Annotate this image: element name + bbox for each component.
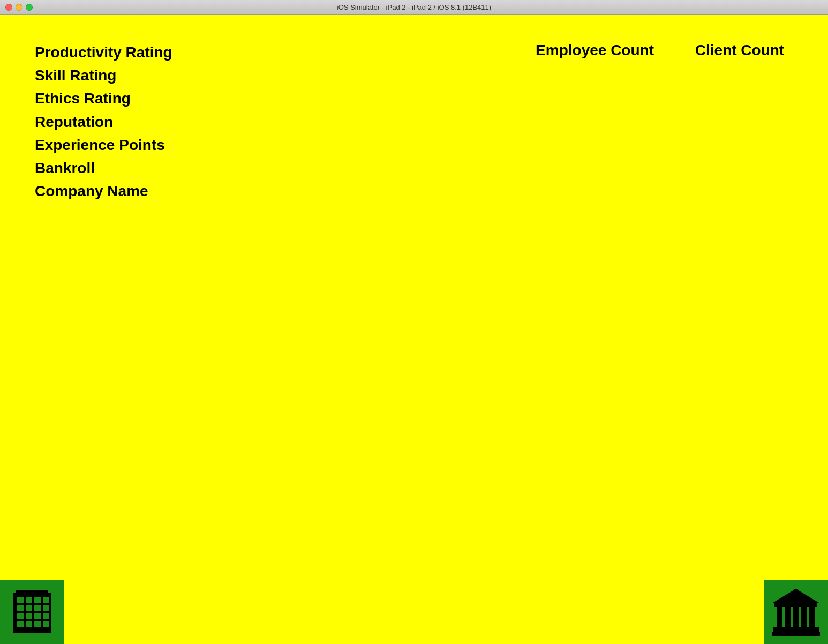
svg-rect-5 [43, 597, 49, 603]
svg-rect-15 [26, 621, 32, 627]
svg-rect-17 [43, 621, 49, 627]
svg-rect-25 [809, 607, 815, 627]
svg-rect-8 [34, 605, 41, 611]
svg-rect-11 [26, 613, 32, 619]
svg-rect-10 [17, 613, 24, 619]
svg-rect-1 [16, 590, 48, 596]
svg-rect-23 [793, 607, 799, 627]
svg-rect-13 [43, 613, 49, 619]
svg-rect-6 [17, 605, 24, 611]
svg-rect-21 [777, 607, 782, 627]
svg-rect-12 [34, 613, 41, 619]
title-bar: iOS Simulator - iPad 2 - iPad 2 / iOS 8.… [0, 0, 828, 15]
svg-rect-7 [26, 605, 32, 611]
reputation-label: Reputation [35, 111, 536, 132]
simulator-content: Productivity Rating Skill Rating Ethics … [0, 15, 828, 644]
right-headers: Employee Count Client Count [536, 42, 793, 59]
building-button[interactable] [0, 580, 64, 644]
client-count-header: Client Count [686, 42, 793, 59]
building-icon [11, 588, 54, 636]
svg-rect-2 [17, 597, 24, 603]
ethics-rating-label: Ethics Rating [35, 88, 536, 109]
bankroll-label: Bankroll [35, 158, 536, 178]
close-button[interactable] [5, 4, 12, 11]
svg-rect-3 [26, 597, 32, 603]
header-row: Productivity Rating Skill Rating Ethics … [0, 15, 828, 201]
svg-rect-4 [34, 597, 41, 603]
minimize-button[interactable] [16, 4, 22, 11]
productivity-rating-label: Productivity Rating [35, 42, 536, 63]
experience-points-label: Experience Points [35, 134, 536, 155]
svg-rect-22 [785, 607, 791, 627]
svg-rect-24 [801, 607, 807, 627]
maximize-button[interactable] [26, 4, 33, 11]
svg-rect-14 [17, 621, 24, 627]
bottom-bar [0, 574, 828, 644]
bank-button[interactable] [764, 580, 828, 644]
svg-rect-20 [774, 603, 817, 607]
svg-rect-9 [43, 605, 49, 611]
svg-rect-26 [773, 627, 819, 632]
svg-rect-27 [772, 632, 820, 636]
svg-point-19 [793, 589, 799, 595]
company-name-label: Company Name [35, 181, 536, 201]
employee-count-header: Employee Count [536, 42, 654, 59]
left-labels: Productivity Rating Skill Rating Ethics … [35, 42, 536, 201]
skill-rating-label: Skill Rating [35, 65, 536, 86]
svg-rect-16 [34, 621, 41, 627]
window-title: iOS Simulator - iPad 2 - iPad 2 / iOS 8.… [337, 3, 491, 11]
bank-icon [772, 588, 820, 636]
